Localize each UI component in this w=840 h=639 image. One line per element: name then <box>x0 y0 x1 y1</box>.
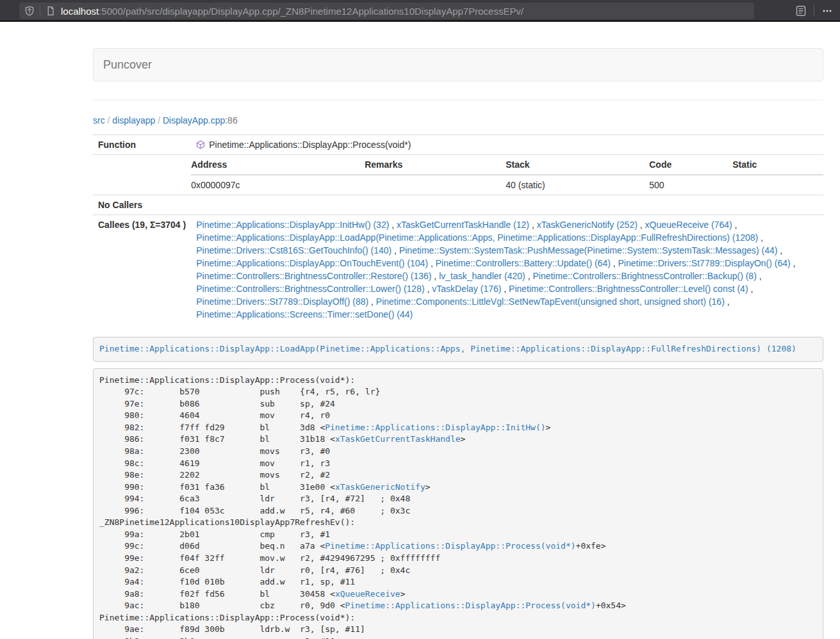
reader-mode-button[interactable] <box>792 2 810 20</box>
callee-separator: , <box>638 220 645 230</box>
callee-separator: , <box>391 245 399 255</box>
code-line: 98c: 4619 mov r1, r3 <box>99 458 817 470</box>
breadcrumb-link[interactable]: displayapp <box>112 115 155 125</box>
callee-separator: , <box>389 220 397 230</box>
callee-separator: , <box>777 245 782 255</box>
url-path: :5000/path/src/displayapp/DisplayApp.cpp… <box>99 6 523 17</box>
code-symbol-link[interactable]: xTaskGetCurrentTaskHandle <box>335 434 461 444</box>
page-content: Puncover src / displayapp / DisplayApp.c… <box>93 48 823 639</box>
code-line: 982: f7ff fd29 bl 3d8 <Pinetime::Applica… <box>99 422 817 434</box>
callee-link[interactable]: Pinetime::Controllers::Battery::Update()… <box>436 258 611 268</box>
browser-toolbar: localhost:5000/path/src/displayapp/Displ… <box>0 0 840 22</box>
breadcrumb-link[interactable]: DisplayApp.cpp <box>163 115 225 125</box>
callee-link[interactable]: xQueueReceive (764) <box>645 220 732 230</box>
stack-value: 40 (static) <box>506 175 649 195</box>
code-line: 994: 6ca3 ldr r3, [r4, #72] ; 0x48 <box>99 493 817 505</box>
code-line: 9b2: 2b0a cmp r3, #10 <box>99 636 817 639</box>
callee-link[interactable]: Pinetime::Controllers::BrightnessControl… <box>196 284 424 294</box>
code-line: 98a: 2300 movs r3, #0 <box>99 446 817 458</box>
callee-link[interactable]: Pinetime::Controllers::BrightnessControl… <box>509 284 748 294</box>
col-header-address: Address <box>191 155 365 175</box>
code-line: _ZN8Pinetime12Applications10DisplayApp7R… <box>99 517 817 529</box>
callee-separator: , <box>368 296 376 307</box>
callee-separator: , <box>757 271 762 281</box>
metrics-row: Address Remarks Stack Code Static 0x0000… <box>93 155 823 195</box>
code-line: Pinetime::Applications::DisplayApp::Proc… <box>99 612 817 624</box>
remarks-value <box>365 175 506 195</box>
code-line: 99c: d06d beq.n a7a <Pinetime::Applicati… <box>99 540 817 553</box>
breadcrumb-separator: / <box>155 115 163 125</box>
code-line: 990: f031 fa36 bl 31e00 <xTaskGenericNot… <box>99 481 817 494</box>
code-line: 9ac: b180 cbz r0, 9d0 <Pinetime::Applica… <box>99 600 817 612</box>
code-symbol-link[interactable]: xQueueReceive <box>335 589 400 599</box>
callee-separator: , <box>428 258 436 268</box>
code-line: Pinetime::Applications::DisplayApp::Proc… <box>99 375 817 387</box>
code-line: 97e: b086 sub sp, #24 <box>99 398 817 410</box>
reader-mode-icon <box>795 5 807 17</box>
code-line: 99e: f04f 32ff mov.w r2, #4294967295 ; 0… <box>99 553 817 565</box>
callee-link[interactable]: Pinetime::Controllers::BrightnessControl… <box>196 271 431 281</box>
function-row: Function Pinetime::Applications::Display… <box>93 135 823 155</box>
menu-button[interactable] <box>818 2 836 20</box>
callers-cell <box>191 195 823 215</box>
disassembly-block: Pinetime::Applications::DisplayApp::Proc… <box>93 368 823 639</box>
function-name-cell: Pinetime::Applications::DisplayApp::Proc… <box>191 135 823 155</box>
shield-icon[interactable] <box>24 6 35 16</box>
loadapp-link[interactable]: Pinetime::Applications::DisplayApp::Load… <box>99 344 796 353</box>
loadapp-snippet-box: Pinetime::Applications::DisplayApp::Load… <box>93 337 823 362</box>
function-name: Pinetime::Applications::DisplayApp::Proc… <box>209 140 411 150</box>
url-text[interactable]: localhost:5000/path/src/displayapp/Displ… <box>61 6 523 17</box>
code-symbol-link[interactable]: Pinetime::Applications::DisplayApp::Proc… <box>325 541 575 551</box>
symbol-cube-icon <box>196 140 205 149</box>
callee-link[interactable]: vTaskDelay (176) <box>432 284 501 294</box>
code-symbol-link[interactable]: Pinetime::Applications::DisplayApp::Proc… <box>345 601 596 610</box>
breadcrumb-separator: / <box>105 115 113 125</box>
code-line: 9a2: 6ce0 ldr r0, [r4, #76] ; 0x4c <box>99 565 817 577</box>
code-line: 9a8: f02f fd56 bl 30458 <xQueueReceive> <box>99 588 817 601</box>
code-symbol-link[interactable]: xTaskGenericNotify <box>335 482 425 492</box>
callee-separator: , <box>791 258 796 268</box>
callee-link[interactable]: Pinetime::System::SystemTask::PushMessag… <box>399 245 778 255</box>
breadcrumb-line-number: :86 <box>225 115 237 125</box>
ellipsis-icon <box>822 6 832 16</box>
breadcrumb-link[interactable]: src <box>93 115 105 125</box>
divider <box>93 100 823 101</box>
url-host: localhost <box>61 6 99 17</box>
code-size-value: 500 <box>649 175 732 195</box>
callee-link[interactable]: Pinetime::Controllers::BrightnessControl… <box>532 271 756 281</box>
url-bar[interactable]: localhost:5000/path/src/displayapp/Displ… <box>19 3 754 19</box>
col-header-code: Code <box>649 155 732 175</box>
callee-link[interactable]: Pinetime::Applications::DisplayApp::Load… <box>196 232 758 243</box>
no-callers-label: No Callers <box>93 195 191 215</box>
function-detail-table: Function Pinetime::Applications::Display… <box>93 134 823 324</box>
callee-separator: , <box>529 220 537 230</box>
col-header-remarks: Remarks <box>365 155 506 175</box>
callee-link[interactable]: xTaskGenericNotify (252) <box>537 220 638 230</box>
code-line: 980: 4604 mov r4, r0 <box>99 410 817 422</box>
callee-link[interactable]: lv_task_handler (420) <box>439 271 525 281</box>
breadcrumb: src / displayapp / DisplayApp.cpp:86 <box>93 114 823 127</box>
callee-link[interactable]: Pinetime::Drivers::St7789::DisplayOn() (… <box>618 258 791 268</box>
callee-link[interactable]: Pinetime::Components::LittleVgl::SetNewT… <box>376 296 725 307</box>
page-icon <box>45 6 56 16</box>
callee-separator: , <box>748 284 754 294</box>
app-brand[interactable]: Puncover <box>94 58 152 72</box>
callers-row: No Callers <box>93 195 823 215</box>
app-header: Puncover <box>93 48 823 81</box>
callees-cell: Pinetime::Applications::DisplayApp::Init… <box>191 215 823 325</box>
code-line: 986: f031 f8c7 bl 31b18 <xTaskGetCurrent… <box>99 433 817 446</box>
callee-link[interactable]: Pinetime::Applications::DisplayApp::OnTo… <box>196 258 428 268</box>
callee-link[interactable]: Pinetime::Applications::DisplayApp::Init… <box>196 220 389 230</box>
callees-label: Callees (19, Σ=3704 ) <box>93 215 191 325</box>
code-line: 996: f104 053c add.w r5, r4, #60 ; 0x3c <box>99 505 817 517</box>
code-symbol-link[interactable]: Pinetime::Applications::DisplayApp::Init… <box>325 423 545 432</box>
code-line: 97c: b570 push {r4, r5, r6, lr} <box>99 386 817 398</box>
callee-link[interactable]: Pinetime::Applications::Screens::Timer::… <box>196 309 413 320</box>
callee-link[interactable]: Pinetime::Drivers::Cst816S::GetTouchInfo… <box>196 245 391 255</box>
address-value: 0x0000097c <box>191 175 365 195</box>
spacer-cell <box>93 155 191 195</box>
callee-link[interactable]: Pinetime::Drivers::St7789::DisplayOff() … <box>196 296 368 307</box>
toolbar-divider <box>814 5 814 17</box>
callee-link[interactable]: xTaskGetCurrentTaskHandle (12) <box>397 220 529 230</box>
metrics-values-row: 0x0000097c 40 (static) 500 <box>191 175 823 195</box>
